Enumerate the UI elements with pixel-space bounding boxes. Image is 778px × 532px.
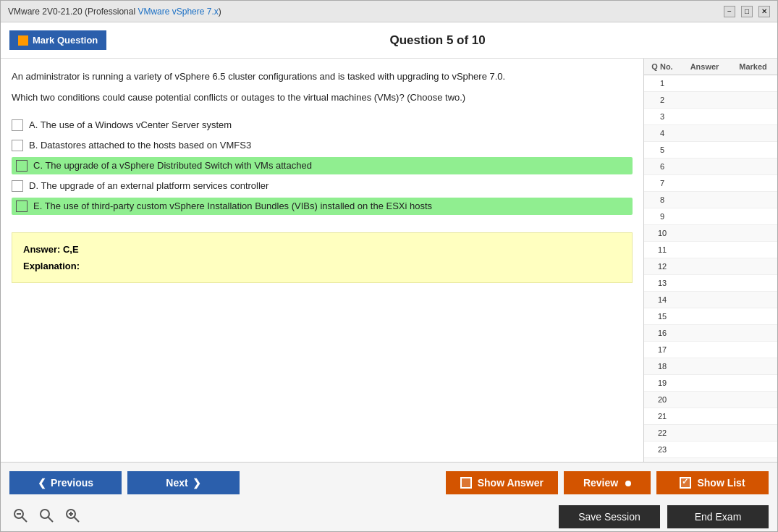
next-button[interactable]: Next: [127, 471, 240, 494]
qlist-cell-marked: [729, 143, 777, 156]
previous-button[interactable]: Previous: [9, 471, 122, 494]
qlist-row[interactable]: 1: [644, 75, 777, 92]
qlist-cell-num: 4: [644, 127, 680, 140]
qlist-row[interactable]: 11: [644, 242, 777, 258]
checkbox-e[interactable]: [16, 200, 28, 212]
qlist-cell-num: 6: [644, 160, 680, 173]
qlist-cell-num: 7: [644, 177, 680, 190]
app-window: VMware 2V0-21.20 (Professional VMware vS…: [0, 0, 778, 532]
option-b[interactable]: B. Datastores attached to the hosts base…: [12, 137, 633, 154]
zoom-in-button[interactable]: [62, 506, 83, 528]
option-d[interactable]: D. The upgrade of an external platform s…: [12, 177, 633, 195]
zoom-reset-button[interactable]: [35, 506, 57, 528]
qlist-cell-num: 2: [644, 93, 680, 106]
checkbox-b[interactable]: [12, 140, 23, 151]
review-button[interactable]: Review: [564, 471, 651, 494]
option-c[interactable]: C. The upgrade of a vSphere Distributed …: [12, 157, 633, 174]
qlist-cell-marked: [729, 376, 777, 389]
titlebar-controls: − □ ✕: [724, 6, 770, 17]
qlist-cell-answer: [680, 410, 729, 423]
show-answer-button[interactable]: Show Answer: [446, 471, 558, 494]
checkbox-a[interactable]: [12, 119, 23, 131]
qlist-cell-num: 17: [644, 343, 680, 356]
qlist-cell-marked: [729, 343, 777, 356]
show-list-button[interactable]: Show List: [656, 471, 769, 494]
qlist-cell-answer: [680, 260, 729, 273]
option-e-text: E. The use of third-party custom vSphere…: [33, 200, 432, 211]
qlist-cell-answer: [680, 326, 729, 339]
qlist-row[interactable]: 9: [644, 208, 777, 225]
qlist-cell-answer: [680, 127, 729, 140]
qlist-row[interactable]: 18: [644, 358, 777, 375]
end-exam-button[interactable]: End Exam: [667, 505, 769, 528]
qlist-row[interactable]: 14: [644, 292, 777, 308]
qlist-cell-marked: [729, 310, 777, 323]
qlist-cell-answer: [680, 443, 729, 456]
qlist-row[interactable]: 23: [644, 442, 777, 458]
qlist-cell-marked: [729, 193, 777, 206]
qlist-header: Q No. Answer Marked: [644, 59, 777, 75]
option-e[interactable]: E. The use of third-party custom vSphere…: [12, 198, 633, 215]
qlist-cell-marked: [729, 410, 777, 423]
chevron-right-icon: [193, 477, 201, 489]
qlist-cell-num: 21: [644, 410, 680, 423]
question-text-line2: Which two conditions could cause potenti…: [12, 92, 465, 103]
svg-line-4: [48, 517, 54, 522]
maximize-button[interactable]: □: [741, 6, 753, 17]
qlist-row[interactable]: 22: [644, 425, 777, 442]
qlist-cell-num: 14: [644, 293, 680, 306]
qlist-cell-marked: [729, 243, 777, 256]
qlist-cell-answer: [680, 343, 729, 356]
qlist-row[interactable]: 5: [644, 142, 777, 159]
qlist-cell-answer: [680, 243, 729, 256]
explanation-label: Explanation:: [23, 261, 621, 271]
qlist-row[interactable]: 4: [644, 125, 777, 142]
toolbar: Mark Question Question 5 of 10: [1, 22, 777, 59]
qlist-cell-marked: [729, 276, 777, 290]
checkbox-c[interactable]: [16, 160, 28, 172]
qlist-body[interactable]: 1 2 3 4 5 6 7 8: [644, 75, 777, 462]
titlebar-link[interactable]: VMware vSphere 7.x: [138, 7, 218, 17]
qlist-row[interactable]: 2: [644, 92, 777, 109]
option-a[interactable]: A. The use of a Windows vCenter Server s…: [12, 117, 633, 134]
qlist-cell-answer: [680, 426, 729, 439]
qlist-row[interactable]: 15: [644, 308, 777, 325]
qlist-row[interactable]: 16: [644, 325, 777, 342]
titlebar: VMware 2V0-21.20 (Professional VMware vS…: [1, 1, 777, 22]
qlist-row[interactable]: 8: [644, 192, 777, 208]
option-a-text: A. The use of a Windows vCenter Server s…: [29, 119, 232, 130]
qlist-cell-answer: [680, 160, 729, 173]
qlist-cell-num: 12: [644, 260, 680, 273]
qlist-header-qno: Q No.: [644, 62, 680, 71]
qlist-cell-marked: [729, 77, 777, 90]
minimize-button[interactable]: −: [724, 6, 735, 17]
qlist-cell-answer: [680, 310, 729, 323]
qlist-cell-answer: [680, 110, 729, 123]
qlist-cell-marked: [729, 110, 777, 123]
option-d-text: D. The upgrade of an external platform s…: [29, 180, 269, 191]
zoom-out-button[interactable]: [9, 506, 31, 528]
save-session-button[interactable]: Save Session: [559, 505, 660, 528]
qlist-cell-answer: [680, 210, 729, 223]
mark-question-button[interactable]: Mark Question: [9, 30, 106, 50]
qlist-cell-marked: [729, 426, 777, 439]
qlist-row[interactable]: 21: [644, 408, 777, 425]
qlist-row[interactable]: 7: [644, 175, 777, 192]
qlist-cell-num: 22: [644, 426, 680, 439]
qlist-row[interactable]: 3: [644, 109, 777, 125]
qlist-row[interactable]: 6: [644, 159, 777, 175]
qlist-row[interactable]: 20: [644, 392, 777, 408]
svg-point-3: [41, 510, 49, 518]
qlist-cell-num: 20: [644, 393, 680, 406]
qlist-row[interactable]: 12: [644, 258, 777, 275]
options-list: A. The use of a Windows vCenter Server s…: [12, 117, 633, 218]
close-button[interactable]: ✕: [758, 6, 770, 17]
qlist-row[interactable]: 13: [644, 275, 777, 292]
bookmark-icon: [18, 35, 28, 46]
checkbox-d[interactable]: [12, 180, 23, 192]
qlist-row[interactable]: 10: [644, 225, 777, 242]
qlist-row[interactable]: 19: [644, 375, 777, 392]
svg-line-1: [22, 517, 28, 522]
qlist-row[interactable]: 17: [644, 342, 777, 358]
qlist-cell-marked: [729, 360, 777, 373]
